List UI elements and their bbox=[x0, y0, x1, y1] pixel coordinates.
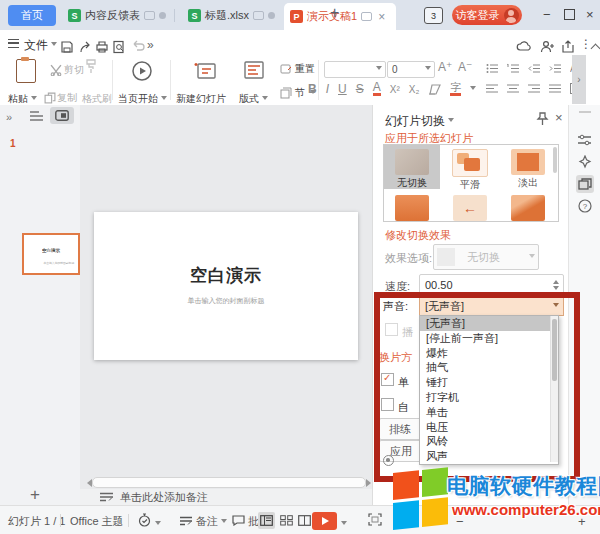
transition-cut[interactable]: 切出 bbox=[384, 191, 440, 222]
tab-content-feedback[interactable]: S 内容反馈表 bbox=[62, 3, 174, 28]
tab-title-xlsx[interactable]: S 标题.xlsx bbox=[182, 3, 286, 28]
sound-option[interactable]: 爆炸 bbox=[420, 346, 558, 361]
speed-input[interactable]: 00.50 bbox=[419, 274, 564, 295]
auto-advance-checkbox[interactable]: 自 bbox=[381, 398, 409, 415]
sound-option[interactable]: 单击 bbox=[420, 405, 558, 420]
section-button[interactable]: 节 bbox=[280, 86, 292, 99]
ribbon-expand-strip[interactable]: › bbox=[572, 55, 586, 104]
save-icon[interactable] bbox=[60, 40, 74, 54]
superscript-button[interactable]: X² bbox=[390, 84, 400, 95]
underline-button[interactable]: U bbox=[338, 82, 347, 96]
layout-button[interactable]: 版式 bbox=[236, 55, 272, 79]
add-slide-button[interactable]: + bbox=[30, 485, 40, 505]
scroll-left-arrow[interactable] bbox=[83, 479, 92, 487]
sound-option[interactable]: [无声音] bbox=[420, 316, 558, 331]
share-icon[interactable] bbox=[561, 40, 575, 53]
slide-thumbnail[interactable]: 空白演示 单击输入您的封面副标题 bbox=[22, 233, 80, 275]
transition-none[interactable]: 无切换 bbox=[384, 145, 440, 189]
sound-combo[interactable]: [无声音] bbox=[419, 296, 564, 316]
font-size-combo[interactable]: 0 bbox=[387, 61, 435, 78]
slide-title[interactable]: 空白演示 bbox=[94, 264, 358, 287]
increase-font-icon[interactable]: A⁺ bbox=[438, 60, 452, 74]
reset-button[interactable]: 重置 bbox=[280, 62, 292, 75]
outline-view-icon[interactable] bbox=[30, 110, 44, 122]
expand-panel-icon[interactable]: » bbox=[6, 111, 12, 123]
slide-subtitle[interactable]: 单击输入您的封面副标题 bbox=[134, 296, 319, 306]
slide-canvas[interactable]: 空白演示 单击输入您的封面副标题 bbox=[94, 212, 358, 360]
slideshow-radio[interactable] bbox=[383, 455, 394, 466]
normal-view-button[interactable] bbox=[258, 512, 275, 529]
cut-button[interactable]: 剪切 bbox=[50, 63, 62, 76]
sound-option[interactable]: [停止前一声音] bbox=[420, 331, 558, 346]
sound-option[interactable]: 打字机 bbox=[420, 390, 558, 405]
loop-sound-checkbox[interactable]: 播 bbox=[385, 323, 413, 340]
guest-login-button[interactable]: 访客登录 bbox=[452, 5, 522, 25]
speed-spinner[interactable] bbox=[553, 277, 559, 293]
pin-panel-icon[interactable] bbox=[536, 112, 549, 126]
text-effect-caret[interactable] bbox=[470, 86, 476, 93]
minimize-button[interactable]: − bbox=[543, 7, 551, 22]
file-menu[interactable]: 文件 bbox=[24, 37, 57, 54]
close-panel-icon[interactable]: × bbox=[555, 110, 563, 125]
tab-presentation1[interactable]: P 演示文稿1 × bbox=[284, 3, 396, 30]
slideshow-play-button[interactable] bbox=[312, 512, 337, 530]
theme-name[interactable]: Office 主题 bbox=[70, 514, 124, 529]
rail-handle[interactable] bbox=[579, 111, 591, 113]
decrease-font-icon[interactable]: A⁻ bbox=[458, 60, 472, 74]
play-options-caret[interactable] bbox=[341, 521, 347, 528]
fit-slide-icon[interactable] bbox=[368, 513, 382, 526]
transition-pane-icon[interactable] bbox=[576, 175, 594, 193]
strikethrough-button[interactable]: S bbox=[356, 82, 364, 96]
home-tab[interactable]: 首页 bbox=[8, 5, 56, 26]
transition-shape[interactable]: 形状 bbox=[500, 191, 556, 222]
justify-icon[interactable] bbox=[549, 83, 562, 94]
transition-fade[interactable]: 淡出 bbox=[500, 145, 556, 189]
hamburger-icon[interactable] bbox=[8, 39, 19, 48]
more-quick-actions[interactable]: » bbox=[147, 38, 154, 52]
bullet-list-icon[interactable] bbox=[486, 63, 499, 74]
close-window-button[interactable]: × bbox=[586, 7, 594, 22]
sound-option[interactable]: 风铃 bbox=[420, 434, 558, 449]
on-click-checkbox[interactable]: 单 bbox=[381, 373, 409, 390]
notes-bar[interactable]: 单击此处添加备注 bbox=[80, 489, 392, 505]
close-tab-icon[interactable]: × bbox=[378, 10, 385, 24]
align-left-icon[interactable] bbox=[486, 83, 499, 94]
collapse-ribbon-icon[interactable] bbox=[592, 42, 599, 54]
copy-button[interactable]: 复制 bbox=[44, 91, 56, 104]
sound-option[interactable]: 锤打 bbox=[420, 375, 558, 390]
smart-beautify-icon[interactable] bbox=[576, 153, 594, 171]
notes-toggle[interactable]: 备注 bbox=[180, 514, 227, 529]
export-pdf-icon[interactable] bbox=[78, 40, 92, 54]
align-center-icon[interactable] bbox=[507, 83, 520, 94]
format-painter-button[interactable]: 格式刷 bbox=[82, 92, 112, 106]
print-preview-icon[interactable] bbox=[112, 40, 126, 54]
reading-view-button[interactable] bbox=[296, 512, 313, 529]
transition-smooth[interactable]: 平滑 bbox=[442, 145, 498, 189]
horizontal-scrollbar[interactable] bbox=[92, 477, 366, 488]
numbered-list-icon[interactable] bbox=[507, 63, 520, 74]
rehearse-button[interactable]: 排练 bbox=[379, 418, 421, 440]
font-color-button[interactable]: A bbox=[373, 82, 381, 96]
dropdown-scrollbar[interactable] bbox=[550, 316, 558, 462]
font-name-combo[interactable] bbox=[324, 61, 386, 78]
print-icon[interactable] bbox=[95, 40, 109, 54]
slides-view-icon[interactable] bbox=[50, 107, 74, 124]
cloud-sync-icon[interactable] bbox=[516, 40, 532, 52]
help-icon[interactable]: ? bbox=[576, 197, 594, 215]
italic-button[interactable]: I bbox=[326, 82, 329, 96]
slide-sorter-view-button[interactable] bbox=[278, 512, 295, 529]
play-from-current-button[interactable]: 当页开始 bbox=[116, 55, 168, 82]
text-effect-button[interactable]: 字 bbox=[450, 82, 461, 96]
gallery-scrollbar[interactable] bbox=[553, 147, 557, 173]
subscript-button[interactable]: X₂ bbox=[409, 84, 420, 95]
document-count-badge[interactable]: 3 bbox=[424, 7, 443, 24]
spellcheck-caret[interactable] bbox=[155, 521, 161, 528]
maximize-button[interactable] bbox=[564, 8, 575, 23]
new-tab-button[interactable]: + bbox=[330, 4, 339, 22]
editing-canvas[interactable]: 空白演示 单击输入您的封面副标题 单击此处添加备注 bbox=[80, 105, 372, 505]
align-right-icon[interactable] bbox=[528, 83, 541, 94]
transition-wipe[interactable]: ← 擦除 bbox=[442, 191, 498, 222]
new-slide-button[interactable]: 新建幻灯片 bbox=[176, 55, 234, 81]
spellcheck-icon[interactable] bbox=[138, 513, 151, 527]
sound-option[interactable]: 电压 bbox=[420, 420, 558, 435]
